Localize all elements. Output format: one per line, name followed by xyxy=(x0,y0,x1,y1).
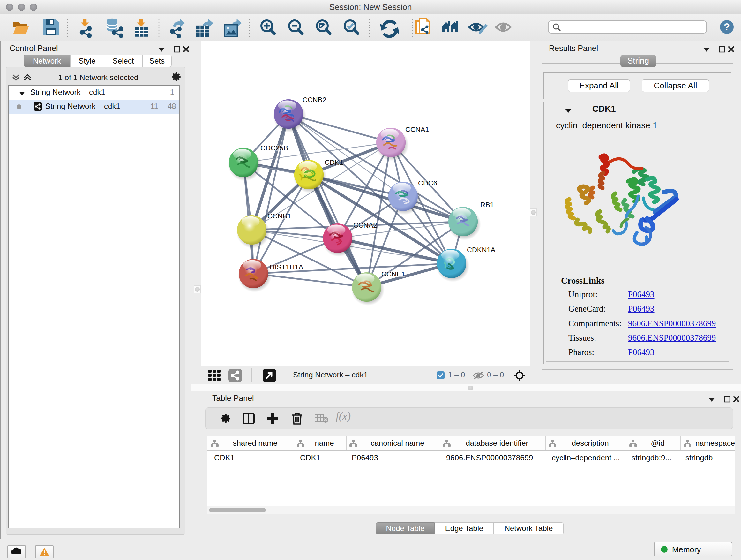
svg-text:CCNB2: CCNB2 xyxy=(302,96,327,104)
svg-text:CDC6: CDC6 xyxy=(418,179,437,187)
svg-text:CDC25B: CDC25B xyxy=(260,144,288,152)
svg-text:CCNE1: CCNE1 xyxy=(381,270,405,278)
svg-text:HIST1H1A: HIST1H1A xyxy=(270,263,303,271)
svg-text:CCNA2: CCNA2 xyxy=(353,221,377,229)
svg-text:RB1: RB1 xyxy=(480,201,494,209)
svg-text:CDK1: CDK1 xyxy=(325,159,343,166)
svg-text:CCNA1: CCNA1 xyxy=(405,125,429,133)
svg-text:CDKN1A: CDKN1A xyxy=(467,246,495,254)
svg-text:CCNB1: CCNB1 xyxy=(267,212,291,220)
